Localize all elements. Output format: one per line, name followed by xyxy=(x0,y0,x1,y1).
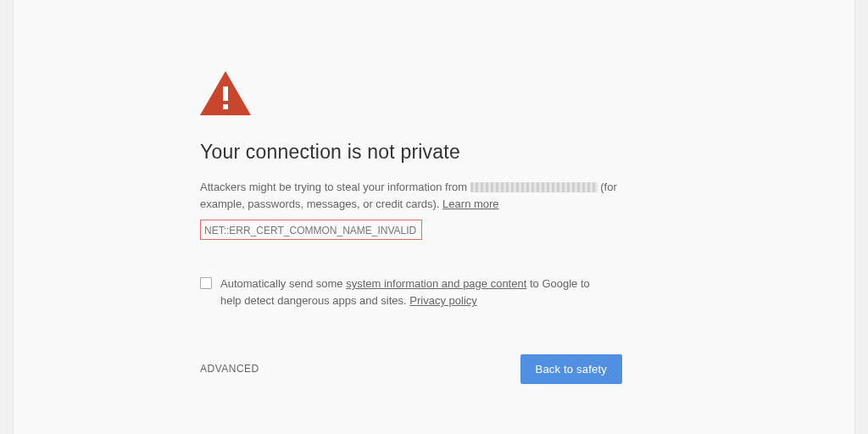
learn-more-link[interactable]: Learn more xyxy=(442,198,498,210)
warning-icon xyxy=(200,71,251,115)
error-code-highlight: NET::ERR_CERT_COMMON_NAME_INVALID xyxy=(200,220,422,240)
page-panel: Your connection is not private Attackers… xyxy=(13,0,855,434)
svg-rect-1 xyxy=(223,86,228,101)
redacted-hostname xyxy=(470,182,598,192)
interstitial-content: Your connection is not private Attackers… xyxy=(200,71,624,384)
svg-rect-2 xyxy=(223,104,228,109)
report-checkbox[interactable] xyxy=(200,277,212,289)
report-label: Automatically send some system informati… xyxy=(220,275,593,309)
footer-row: ADVANCED Back to safety xyxy=(200,354,622,384)
message-prefix: Attackers might be trying to steal your … xyxy=(200,181,470,193)
back-to-safety-button[interactable]: Back to safety xyxy=(520,354,622,384)
report-text-pre: Automatically send some xyxy=(220,277,346,290)
page-title: Your connection is not private xyxy=(200,141,624,164)
error-code: NET::ERR_CERT_COMMON_NAME_INVALID xyxy=(204,225,416,236)
warning-message: Attackers might be trying to steal your … xyxy=(200,179,624,213)
system-info-link[interactable]: system information and page content xyxy=(346,277,526,290)
privacy-policy-link[interactable]: Privacy policy xyxy=(409,294,476,307)
advanced-button[interactable]: ADVANCED xyxy=(200,363,259,375)
report-option: Automatically send some system informati… xyxy=(200,275,624,309)
